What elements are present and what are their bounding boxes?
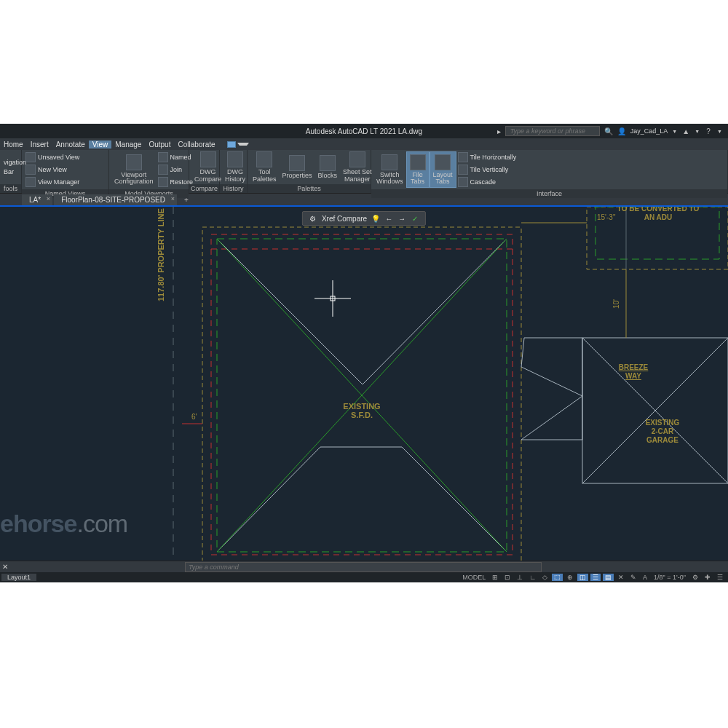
dim-6: 6'	[191, 413, 197, 421]
autocad-app: Autodesk AutoCAD LT 2021 LA.dwg ▸ 🔍 👤 Ja…	[0, 124, 728, 582]
xref-compare-toolbar[interactable]: ⚙ Xref Compare 💡 ← → ✓	[302, 211, 426, 226]
dwg-compare-icon	[200, 151, 216, 167]
search-input[interactable]	[505, 126, 600, 136]
status-osnap-icon[interactable]: ◇	[540, 574, 550, 581]
status-ortho-icon[interactable]: ⊥	[515, 574, 525, 581]
properties-icon	[289, 155, 305, 171]
svg-line-22	[582, 411, 655, 483]
file-tab[interactable]: LA*×	[22, 194, 52, 205]
label-breezeway: BREEZE	[619, 363, 649, 371]
tile-horizontally-button[interactable]: Tile Horizontally	[456, 151, 518, 163]
panel-title-compare: Compare	[189, 184, 219, 193]
model-button[interactable]: MODEL	[460, 574, 488, 581]
next-arrow-icon[interactable]: →	[397, 214, 406, 223]
named-icon	[158, 152, 168, 162]
status-lwt-icon[interactable]: ⊕	[565, 574, 575, 581]
menu-home[interactable]: Home	[0, 141, 27, 149]
dwg-history-button[interactable]: DWG History	[222, 151, 248, 183]
menu-annotate[interactable]: Annotate	[52, 141, 89, 149]
status-customize-icon[interactable]: ☰	[715, 574, 725, 581]
dwg-history-icon	[227, 151, 243, 167]
switch-windows-button[interactable]: Switch Windows	[373, 151, 406, 188]
status-gear-icon[interactable]: ⚙	[690, 574, 700, 581]
dim-15-3: 15'-3"	[597, 213, 616, 221]
svg-line-6	[363, 239, 507, 384]
dropdown-icon[interactable]: ▼	[717, 129, 722, 134]
tile-v-icon	[458, 165, 468, 175]
close-tab-icon[interactable]: ×	[47, 195, 50, 202]
ribbon: vigation Bar fools Unsaved View New View…	[0, 150, 728, 194]
unsaved-view-dropdown[interactable]: Unsaved View	[24, 151, 106, 163]
file-tab[interactable]: FloorPlan-08-SITE-PROPOSED×	[54, 194, 177, 205]
status-cycling-icon[interactable]: ▤	[603, 574, 614, 581]
cascade-button[interactable]: Cascade	[456, 176, 518, 188]
menu-insert[interactable]: Insert	[27, 141, 52, 149]
status-annovisibility-icon[interactable]: A	[641, 574, 649, 581]
titlebar: Autodesk AutoCAD LT 2021 LA.dwg ▸ 🔍 👤 Ja…	[0, 124, 728, 138]
file-tabs-icon	[410, 154, 426, 170]
sheet-set-button[interactable]: Sheet Set Manager	[340, 151, 375, 183]
scale-display[interactable]: 1/8" = 1'-0"	[652, 574, 688, 581]
new-view-button[interactable]: New View	[24, 164, 106, 175]
search-prompt-icon: ▸	[497, 127, 501, 135]
svg-line-5	[217, 239, 363, 384]
status-grid-icon[interactable]: ⊞	[490, 574, 500, 581]
panel-title-interface: Interface	[371, 189, 727, 198]
dropdown-icon[interactable]: ▼	[695, 129, 700, 134]
blocks-button[interactable]: Blocks	[315, 151, 341, 183]
ribbon-expand-button[interactable]	[223, 141, 253, 148]
status-otrack-icon[interactable]: ⬚	[552, 574, 563, 581]
status-polar-icon[interactable]: ∟	[527, 574, 538, 581]
viewport-icon	[126, 154, 142, 170]
svg-text:S.F.D.: S.F.D.	[351, 411, 373, 419]
tile-vertically-button[interactable]: Tile Vertically	[456, 164, 518, 175]
autodesk-app-icon[interactable]: ▲	[681, 127, 690, 135]
view-manager-button[interactable]: View Manager	[24, 176, 106, 188]
svg-line-7	[217, 447, 320, 552]
view-manager-icon	[25, 177, 36, 187]
status-annoscale-icon[interactable]: ✎	[628, 574, 638, 581]
menu-view[interactable]: View	[89, 141, 112, 149]
label-garage: EXISTING	[646, 419, 680, 427]
menu-manage[interactable]: Manage	[111, 141, 145, 149]
help-icon[interactable]: ?	[704, 127, 713, 135]
svg-line-19	[521, 396, 582, 440]
menu-output[interactable]: Output	[145, 141, 174, 149]
prev-arrow-icon[interactable]: ←	[384, 214, 393, 223]
file-tabs-button[interactable]: File Tabs	[406, 151, 430, 188]
user-signin-icon[interactable]: 👤	[617, 127, 626, 135]
restore-icon	[158, 177, 168, 187]
drawing-canvas[interactable]: 117.80' PROPERTY LINE EXISTING S.F.D. BR…	[0, 207, 728, 561]
xref-compare-label: Xref Compare	[322, 215, 367, 223]
user-dropdown-icon[interactable]: ▼	[672, 129, 677, 134]
menu-collaborate[interactable]: Collaborate	[174, 141, 218, 149]
view-icon	[25, 152, 36, 162]
status-plus-icon[interactable]: ✚	[703, 574, 713, 581]
gear-icon[interactable]: ⚙	[309, 214, 317, 223]
layout-tabs-button[interactable]: Layout Tabs	[430, 151, 456, 188]
command-line: ✕	[0, 561, 728, 572]
lightbulb-icon[interactable]: 💡	[371, 214, 380, 223]
status-transparency-icon[interactable]: ◫	[577, 574, 588, 581]
properties-button[interactable]: Properties	[280, 151, 315, 183]
status-annomonitor-icon[interactable]: ✕	[616, 574, 626, 581]
cmdline-close-icon[interactable]: ✕	[0, 563, 10, 571]
user-name[interactable]: Jay_Cad_LA	[630, 127, 668, 135]
blocks-icon	[320, 155, 336, 171]
close-tab-icon[interactable]: ×	[171, 195, 175, 202]
viewport-config-button[interactable]: Viewport Configuration	[111, 151, 157, 188]
svg-text:GARAGE: GARAGE	[646, 436, 678, 444]
svg-text:2-CAR: 2-CAR	[652, 427, 674, 435]
tool-palettes-button[interactable]: Tool Palettes	[250, 151, 280, 183]
command-input-wrapper[interactable]	[185, 562, 542, 572]
new-view-icon	[25, 165, 36, 175]
check-icon[interactable]: ✓	[411, 214, 419, 223]
svg-line-8	[402, 447, 507, 552]
command-input[interactable]	[186, 563, 541, 571]
status-qp-icon[interactable]: ☰	[590, 574, 601, 581]
layout-tab[interactable]: Layout1	[1, 574, 36, 581]
status-snap-icon[interactable]: ⊡	[502, 574, 513, 581]
panel-title-history: History	[220, 184, 247, 193]
panel-title-palettes: Palettes	[248, 184, 371, 193]
search-icon[interactable]: 🔍	[604, 127, 613, 135]
